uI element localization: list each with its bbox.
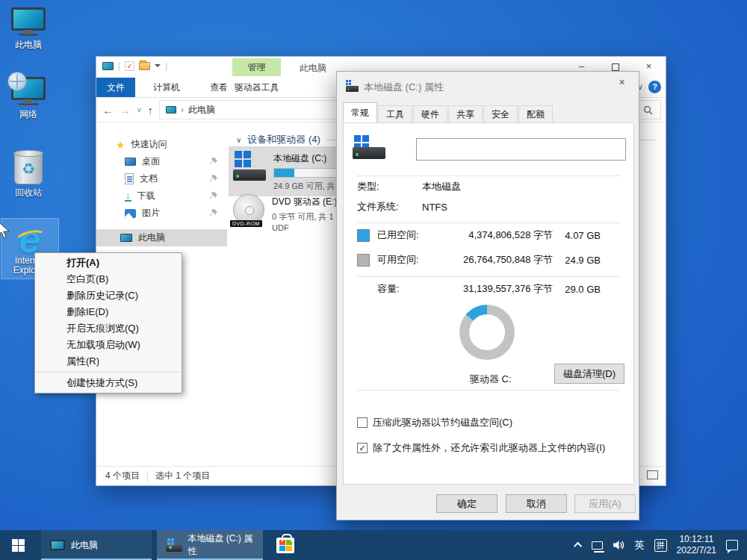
computer-icon — [102, 62, 114, 70]
close-icon[interactable]: × — [605, 72, 639, 94]
volume-label-input[interactable] — [416, 138, 626, 161]
network-icon — [11, 77, 46, 100]
taskbar-button-this-pc[interactable]: 此电脑 — [41, 530, 152, 560]
menu-item-delete-history[interactable]: 删除历史记录(C) — [35, 287, 182, 304]
compress-checkbox-label: 压缩此驱动器以节约磁盘空间(C) — [373, 416, 512, 429]
desktop-icon-label: 回收站 — [0, 187, 57, 198]
desktop-icon-network[interactable]: 网络 — [0, 77, 57, 119]
dialog-titlebar[interactable]: 本地磁盘 (C:) 属性 × — [337, 72, 639, 100]
ok-button[interactable]: 确定 — [436, 494, 498, 513]
desktop-icon-recycle-bin[interactable]: ♻ 回收站 — [0, 152, 57, 198]
show-hidden-icons-icon[interactable] — [574, 542, 582, 550]
tab-quota[interactable]: 配额 — [518, 105, 553, 122]
dialog-tab-strip: 常规 工具 硬件 共享 安全 配额 — [343, 102, 554, 122]
new-folder-icon[interactable] — [139, 62, 150, 70]
documents-icon — [125, 173, 134, 184]
menu-item-blank-page[interactable]: 空白页(B) — [35, 271, 182, 287]
capacity-label: 容量: — [377, 282, 430, 296]
menu-item-inprivate[interactable]: 开启无痕浏览(Q) — [35, 320, 182, 337]
tab-drive-tools[interactable]: 驱动器工具 — [232, 78, 281, 98]
up-icon[interactable]: ↑ — [148, 104, 154, 116]
tab-tools[interactable]: 工具 — [378, 105, 412, 122]
separator: | — [165, 60, 167, 71]
dvd-icon: DVD-ROM — [233, 194, 266, 227]
drive-icon — [166, 538, 182, 552]
free-space-swatch — [357, 254, 370, 267]
free-space-label: 可用空间: — [377, 253, 430, 267]
dialog-title: 本地磁盘 (C:) 属性 — [364, 81, 444, 94]
action-center-icon[interactable] — [726, 540, 738, 550]
disk-cleanup-button[interactable]: 磁盘清理(D) — [554, 364, 624, 384]
divider — [357, 175, 620, 176]
back-icon[interactable]: ← — [102, 104, 114, 116]
capacity-bytes: 31,139,557,376 字节 — [430, 282, 553, 296]
divider — [357, 276, 620, 277]
capacity-size: 29.0 GB — [553, 284, 620, 295]
menu-item-delete-ie[interactable]: 删除IE(D) — [35, 304, 182, 320]
taskbar-button-label: 此电脑 — [71, 539, 98, 552]
properties-dialog: 本地磁盘 (C:) 属性 × 常规 工具 硬件 共享 安全 配额 类型: 本地磁… — [336, 71, 639, 520]
windows-logo-icon — [12, 539, 25, 552]
microsoft-store-icon — [276, 538, 294, 553]
apply-button[interactable]: 应用(A) — [574, 494, 636, 513]
qat-customize-icon[interactable] — [155, 64, 161, 67]
pin-icon — [209, 157, 218, 166]
sidebar-item-label: 桌面 — [142, 155, 160, 168]
properties-shortcut-icon[interactable]: ✓ — [125, 61, 134, 71]
checkbox-unchecked-icon[interactable] — [357, 417, 368, 428]
drive-icon — [346, 81, 359, 92]
forward-icon[interactable]: → — [120, 104, 131, 116]
checkbox-checked-icon[interactable]: ✓ — [357, 443, 368, 453]
sidebar-item-quick-access[interactable]: ★ 快速访问 — [96, 136, 227, 153]
general-tab-page: 类型: 本地磁盘 文件系统: NTFS 已用空间: 4,374,806,528 … — [343, 122, 634, 485]
pin-icon — [209, 191, 218, 200]
ime-language-indicator[interactable]: 英 — [635, 538, 645, 552]
sidebar-item-pictures[interactable]: 图片 — [96, 205, 227, 222]
tab-sharing[interactable]: 共享 — [448, 105, 483, 122]
ime-mode-icon[interactable]: 拼 — [654, 539, 667, 552]
group-header-label: 设备和驱动器 (4) — [247, 133, 320, 146]
address-crumb[interactable]: 此电脑 — [188, 104, 215, 116]
index-checkbox-label: 除了文件属性外，还允许索引此驱动器上文件的内容(I) — [373, 441, 605, 455]
taskbar-button-store[interactable] — [269, 530, 302, 560]
explorer-window-title: 此电脑 — [300, 62, 326, 75]
history-dropdown-icon[interactable]: ∨ — [137, 106, 142, 113]
sidebar-item-downloads[interactable]: ↓ 下载 — [96, 187, 227, 205]
star-icon: ★ — [116, 140, 125, 150]
menu-separator — [37, 372, 180, 373]
index-checkbox-row[interactable]: ✓ 除了文件属性外，还允许索引此驱动器上文件的内容(I) — [357, 441, 626, 455]
this-pc-crumb-icon — [166, 106, 176, 113]
network-tray-icon[interactable] — [592, 541, 603, 550]
taskbar-button-properties[interactable]: 本地磁盘 (C:) 属性 — [157, 530, 263, 560]
menu-item-create-shortcut[interactable]: 创建快捷方式(S) — [35, 375, 182, 391]
pin-icon — [209, 208, 218, 217]
large-icons-view-icon[interactable] — [647, 470, 658, 479]
desktop-icon-this-pc[interactable]: 此电脑 — [0, 7, 57, 50]
help-icon[interactable]: ? — [648, 81, 661, 93]
sidebar-item-documents[interactable]: 文档 — [96, 170, 227, 187]
menu-item-properties[interactable]: 属性(R) — [35, 353, 182, 370]
cancel-button[interactable]: 取消 — [506, 494, 567, 513]
start-button[interactable] — [0, 530, 36, 560]
tab-computer[interactable]: 计算机 — [143, 78, 190, 97]
tab-security[interactable]: 安全 — [483, 105, 518, 122]
menu-item-no-addons[interactable]: 无加载项启动(W) — [35, 337, 182, 353]
sidebar-item-desktop[interactable]: 桌面 — [96, 153, 227, 170]
item-count: 4 个项目 — [105, 470, 140, 482]
compress-checkbox-row[interactable]: 压缩此驱动器以节约磁盘空间(C) — [357, 416, 626, 429]
chevron-down-icon[interactable]: ∨ — [236, 136, 241, 144]
sidebar-item-this-pc[interactable]: 此电脑 — [96, 229, 227, 246]
recycle-bin-icon: ♻ — [14, 152, 43, 184]
selected-count: 选中 1 个项目 — [155, 470, 210, 482]
clock[interactable]: 10:12:11 2022/7/21 — [677, 534, 716, 556]
desktop-icon-label: 网络 — [0, 109, 57, 119]
menu-item-open[interactable]: 打开(A) — [35, 255, 182, 271]
tab-hardware[interactable]: 硬件 — [413, 105, 447, 122]
pin-icon — [209, 174, 218, 183]
tab-general[interactable]: 常规 — [343, 102, 377, 122]
tab-file[interactable]: 文件 — [96, 78, 135, 97]
sidebar-item-label: 文档 — [140, 172, 158, 185]
volume-icon[interactable] — [613, 539, 625, 551]
crumb-separator-icon: › — [181, 105, 184, 115]
search-icon — [643, 105, 653, 115]
